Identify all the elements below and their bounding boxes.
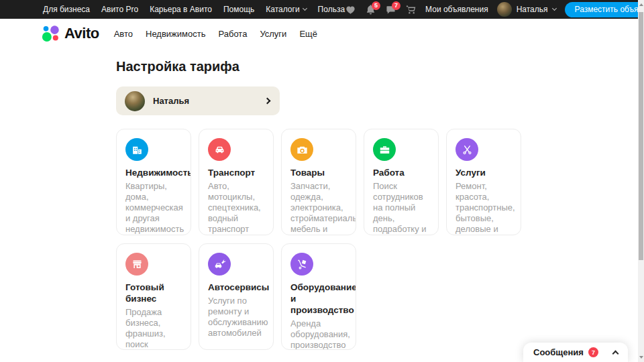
scrollbar-thumb[interactable]: [639, 12, 643, 260]
messages-count-badge: 7: [588, 347, 598, 357]
category-description: Поиск сотрудников на полный день, подраб…: [373, 181, 429, 235]
camera-icon: [290, 138, 313, 161]
user-menu[interactable]: Наталья: [497, 2, 556, 17]
messages-chat-icon[interactable]: 7: [385, 4, 396, 15]
profile-avatar: [125, 91, 145, 111]
my-ads-link[interactable]: Мои объявления: [425, 5, 488, 14]
category-card-services[interactable]: Услуги Ремонт, красота, транспортные, бы…: [446, 129, 521, 235]
nav-catalogs-label: Каталоги: [266, 5, 299, 14]
nav-services[interactable]: Услуги: [260, 29, 286, 39]
chevron-right-icon: [264, 98, 271, 105]
category-grid: Недвижимость Квартиры, дома, коммерческа…: [116, 129, 522, 350]
user-avatar: [497, 2, 512, 17]
category-description: Запчасти, одежда, электроника, строймате…: [290, 181, 347, 235]
chevron-down-icon: [552, 6, 557, 11]
category-title: Автосервисы: [208, 282, 264, 293]
category-title: Услуги: [455, 167, 512, 178]
topbar: Для бизнеса Авито Pro Карьера в Авито По…: [0, 0, 644, 19]
chevron-up-icon: [612, 351, 619, 357]
category-description: Квартиры, дома, коммерческая и другая не…: [125, 181, 182, 235]
category-title: Товары: [290, 167, 347, 178]
nav-avito-pro[interactable]: Авито Pro: [101, 5, 138, 14]
storefront-icon: [125, 253, 148, 276]
scroll-up-arrow-icon[interactable]: [639, 3, 643, 6]
avito-logo[interactable]: Avito: [42, 25, 99, 43]
avito-logo-icon: [42, 25, 60, 43]
chevron-down-icon: [303, 6, 307, 11]
cart-icon[interactable]: [405, 4, 417, 15]
category-title: Работа: [373, 167, 429, 178]
nav-auto[interactable]: Авто: [114, 29, 133, 39]
nav-more[interactable]: Ещё: [299, 29, 317, 39]
building-icon: [125, 138, 148, 161]
hand-truck-icon: [290, 253, 313, 276]
nav-for-business[interactable]: Для бизнеса: [43, 5, 90, 14]
page-title: Настройка тарифа: [116, 59, 522, 74]
topbar-links: Для бизнеса Авито Pro Карьера в Авито По…: [43, 5, 345, 14]
nav-realty[interactable]: Недвижимость: [146, 29, 205, 39]
site-header: Avito Авто Недвижимость Работа Услуги Ещ…: [0, 19, 644, 48]
messages-label: Сообщения: [533, 347, 584, 357]
scroll-down-arrow-icon[interactable]: [639, 356, 643, 359]
post-ad-button[interactable]: Разместить объявление: [565, 2, 644, 17]
nav-catalogs[interactable]: Каталоги: [266, 5, 306, 14]
vertical-scrollbar[interactable]: [638, 0, 644, 362]
scissors-icon: [455, 138, 478, 161]
category-description: Продажа бизнеса, франшиз, поиск партнёро…: [125, 307, 182, 350]
nav-career[interactable]: Карьера в Авито: [150, 5, 212, 14]
nav-polza[interactable]: Польза: [318, 5, 345, 14]
category-card-jobs[interactable]: Работа Поиск сотрудников на полный день,…: [364, 129, 439, 235]
category-description: Ремонт, красота, транспортные, бытовые, …: [455, 181, 512, 235]
category-card-transport[interactable]: Транспорт Авто, мотоциклы, спецтехника, …: [199, 129, 274, 235]
nav-help[interactable]: Помощь: [223, 5, 254, 14]
user-name: Наталья: [517, 5, 548, 14]
category-card-car-service[interactable]: Автосервисы Услуги по ремонту и обслужив…: [199, 243, 274, 350]
topbar-right: 5 7 Мои объявления Наталья Разместить об…: [345, 2, 644, 17]
category-description: Услуги по ремонту и обслуживанию автомоб…: [208, 296, 264, 339]
favorites-heart-icon[interactable]: [345, 4, 356, 15]
messages-panel[interactable]: Сообщения 7: [523, 343, 628, 362]
category-title: Готовый бизнес: [125, 282, 182, 304]
category-card-realty[interactable]: Недвижимость Квартиры, дома, коммерческа…: [116, 129, 191, 235]
avito-logo-text: Avito: [64, 25, 99, 42]
messages-badge: 7: [392, 1, 400, 10]
category-card-equipment[interactable]: Оборудование и производство Аренда обору…: [281, 243, 356, 350]
notifications-bell-icon[interactable]: 5: [365, 4, 376, 15]
nav-jobs[interactable]: Работа: [218, 29, 247, 39]
profile-card[interactable]: Наталья: [116, 86, 280, 115]
category-title: Недвижимость: [125, 167, 182, 178]
category-description: Авто, мотоциклы, спецтехника, водный тра…: [208, 181, 264, 235]
car-service-icon: [208, 253, 231, 276]
category-card-goods[interactable]: Товары Запчасти, одежда, электроника, ст…: [281, 129, 356, 235]
category-nav: Авто Недвижимость Работа Услуги Ещё: [114, 29, 317, 39]
category-title: Транспорт: [208, 167, 264, 178]
category-title: Оборудование и производство: [290, 282, 347, 316]
car-icon: [208, 138, 231, 161]
notifications-badge: 5: [372, 1, 380, 10]
main-content: Настройка тарифа Наталья Недвижимость Кв…: [116, 59, 522, 350]
category-description: Аренда оборудования, производство и обра…: [290, 318, 347, 350]
category-card-ready-business[interactable]: Готовый бизнес Продажа бизнеса, франшиз,…: [116, 243, 191, 350]
profile-name: Наталья: [153, 96, 189, 106]
briefcase-icon: [373, 138, 396, 161]
